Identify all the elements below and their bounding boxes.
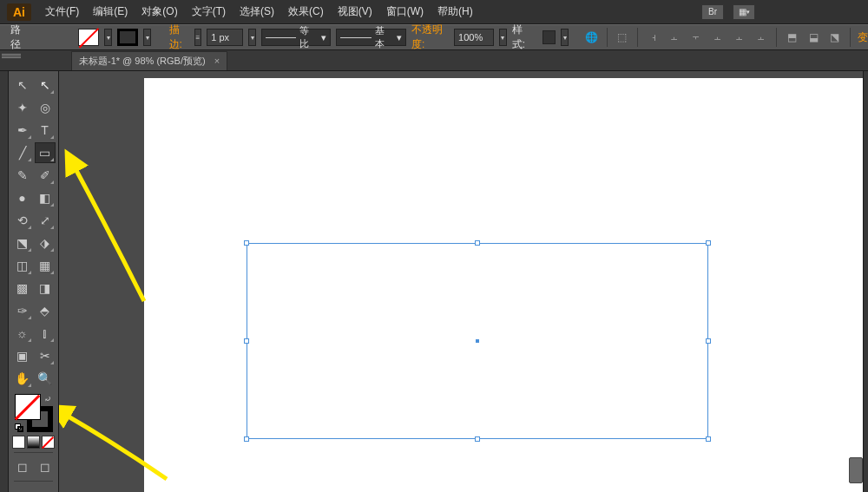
document-tab-bar: 未标题-1* @ 98% (RGB/预览) × [0, 50, 868, 71]
selection-tool[interactable]: ↖ [12, 75, 33, 95]
style-dropdown[interactable]: ▾ [561, 29, 569, 46]
transform-label[interactable]: 变 [858, 30, 868, 45]
resize-handle-nw[interactable] [244, 240, 249, 246]
draw-behind-mode[interactable]: ◻ [35, 456, 56, 477]
opacity-dropdown[interactable]: ▾ [499, 29, 507, 46]
hand-tool[interactable]: ✋ [12, 368, 33, 389]
pencil-tool[interactable]: ✐ [35, 165, 56, 186]
menu-object[interactable]: 对象(O) [136, 1, 182, 23]
resize-handle-n[interactable] [475, 240, 480, 246]
variable-width-profile[interactable]: 等比▾ [261, 29, 332, 46]
scale-tool[interactable]: ⤢ [35, 210, 56, 231]
document-tab[interactable]: 未标题-1* @ 98% (RGB/预览) × [71, 51, 227, 70]
pen-tool[interactable]: ✒ [12, 120, 33, 141]
fill-color-box[interactable] [15, 394, 41, 420]
right-panel-stub[interactable] [863, 71, 868, 492]
direct-selection-tool[interactable]: ↖ [35, 75, 56, 95]
zoom-tool[interactable]: 🔍 [35, 368, 56, 389]
align-hcenter-icon[interactable]: ⫠ [667, 28, 683, 47]
align-panel-icon[interactable]: ⬚ [615, 28, 631, 47]
graphic-style-swatch[interactable] [542, 30, 556, 44]
default-fill-stroke-icon[interactable] [15, 423, 23, 432]
rectangle-tool[interactable]: ▭ [35, 142, 56, 163]
align-right-icon[interactable]: ⫟ [688, 28, 705, 47]
swap-fill-stroke-icon[interactable]: ⤾ [44, 394, 51, 403]
slice-tool[interactable]: ✂ [35, 345, 56, 366]
blob-brush-tool[interactable]: ● [12, 187, 33, 208]
left-panel-stub[interactable] [0, 71, 9, 492]
opacity-label[interactable]: 不透明度: [411, 23, 449, 52]
resize-handle-w[interactable] [244, 338, 249, 344]
opacity-input[interactable] [454, 29, 494, 46]
menu-window[interactable]: 窗口(W) [381, 1, 429, 23]
annotation-arrow-1 [59, 154, 153, 312]
menu-edit[interactable]: 编辑(E) [88, 1, 133, 23]
column-graph-tool[interactable]: ⫿ [35, 323, 56, 344]
stroke-width-stepper[interactable]: ≡ [194, 29, 202, 46]
align-vcenter-icon[interactable]: ⫠ [731, 28, 747, 47]
fill-stroke-indicator[interactable]: ⤾ [15, 394, 53, 432]
resize-handle-sw[interactable] [244, 436, 249, 442]
document-tab-title: 未标题-1* @ 98% (RGB/预览) [79, 55, 206, 68]
align-bottom-icon[interactable]: ⫠ [753, 28, 769, 47]
shape-builder-tool[interactable]: ◫ [12, 255, 33, 276]
fill-dropdown[interactable]: ▾ [104, 29, 112, 46]
stroke-swatch[interactable] [117, 29, 138, 46]
menu-effect[interactable]: 效果(C) [283, 1, 329, 23]
type-tool[interactable]: T [35, 120, 56, 141]
align-top-icon[interactable]: ⫠ [710, 28, 727, 47]
align-left-icon[interactable]: ⫞ [645, 28, 661, 47]
main-workspace: ↖ ↖ ✦ ◎ ✒ T ╱ ▭ ✎ ✐ ● ◧ ⟲ ⤢ ⬔ ⬗ [0, 71, 868, 492]
menu-view[interactable]: 视图(V) [332, 1, 378, 23]
free-transform-tool[interactable]: ⬗ [35, 233, 56, 253]
perspective-grid-tool[interactable]: ▦ [35, 255, 56, 276]
paintbrush-tool[interactable]: ✎ [12, 165, 33, 186]
gradient-tool[interactable]: ◨ [35, 278, 56, 298]
vertical-scrollbar[interactable] [849, 457, 863, 483]
color-mode-solid[interactable] [12, 436, 25, 449]
magic-wand-tool[interactable]: ✦ [12, 97, 33, 118]
color-mode-gradient[interactable] [27, 436, 40, 449]
mesh-tool[interactable]: ▩ [12, 278, 33, 298]
stroke-width-input[interactable] [207, 29, 243, 46]
resize-handle-se[interactable] [706, 436, 711, 442]
stroke-panel-label[interactable]: 描边: [169, 23, 189, 52]
distribute-center-icon[interactable]: ⬓ [806, 28, 822, 47]
close-tab-icon[interactable]: × [214, 56, 220, 66]
stroke-width-dropdown[interactable]: ▾ [248, 29, 256, 46]
draw-normal-mode[interactable]: ◻ [12, 456, 33, 477]
selected-rectangle[interactable] [247, 243, 708, 439]
app-logo: Ai [7, 3, 31, 21]
menubar: Ai 文件(F) 编辑(E) 对象(O) 文字(T) 选择(S) 效果(C) 视… [0, 0, 868, 24]
canvas-area[interactable] [59, 71, 863, 492]
arrange-documents-button[interactable]: ▦▾ [733, 4, 755, 20]
selection-center-point [476, 339, 479, 343]
artboard-tool[interactable]: ▣ [12, 345, 33, 366]
fill-swatch[interactable] [78, 29, 99, 46]
symbol-sprayer-tool[interactable]: ☼ [12, 323, 33, 344]
distribute-left-icon[interactable]: ⬒ [784, 28, 800, 47]
menu-type[interactable]: 文字(T) [187, 1, 231, 23]
eraser-tool[interactable]: ◧ [35, 187, 56, 208]
menu-select[interactable]: 选择(S) [234, 1, 279, 23]
lasso-tool[interactable]: ◎ [35, 97, 56, 118]
menu-file[interactable]: 文件(F) [40, 1, 84, 23]
screen-mode[interactable]: ▭ [12, 485, 33, 492]
control-bar: 路径 ▾ ▾ 描边: ≡ ▾ 等比▾ 基本▾ 不透明度: ▾ 样式: ▾ 🌐 ⬚… [0, 24, 868, 50]
resize-handle-ne[interactable] [706, 240, 711, 246]
rotate-tool[interactable]: ⟲ [12, 210, 33, 231]
object-type-label: 路径 [10, 23, 28, 52]
color-mode-none[interactable] [42, 436, 55, 449]
distribute-right-icon[interactable]: ⬔ [826, 28, 843, 47]
bridge-button[interactable]: Br [701, 4, 724, 20]
eyedropper-tool[interactable]: ✑ [12, 300, 33, 321]
stroke-dropdown[interactable]: ▾ [143, 29, 151, 46]
width-tool[interactable]: ⬔ [12, 233, 33, 253]
resize-handle-e[interactable] [706, 338, 711, 344]
brush-definition[interactable]: 基本▾ [336, 29, 406, 46]
line-segment-tool[interactable]: ╱ [12, 142, 33, 163]
resize-handle-s[interactable] [475, 436, 480, 442]
menu-help[interactable]: 帮助(H) [432, 1, 478, 23]
blend-tool[interactable]: ⬘ [35, 300, 56, 321]
recolor-artwork-icon[interactable]: 🌐 [583, 28, 600, 47]
